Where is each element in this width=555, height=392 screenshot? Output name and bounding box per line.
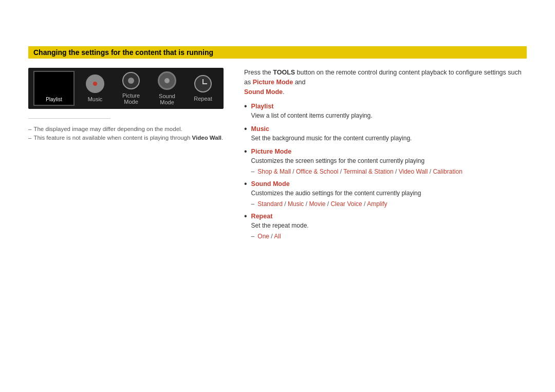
sound-mode-icon	[158, 71, 176, 90]
bullet-dot-sound: •	[244, 180, 247, 188]
right-column: Press the TOOLS button on the remote con…	[244, 68, 527, 240]
picture-mode-options: Shop & Mall / Office & School / Terminal…	[257, 168, 462, 175]
repeat-icon-container	[194, 75, 212, 92]
player-repeat-item: Repeat	[188, 75, 218, 102]
note-2-bold: Video Wall	[192, 135, 222, 141]
sound-mode-sub-dash: –	[251, 200, 255, 208]
list-item-repeat: • Repeat Set the repeat mode. – One / Al…	[244, 213, 527, 240]
opt-amplify: Amplify	[367, 200, 387, 208]
disc-icon-container	[86, 74, 104, 93]
picture-mode-sub-dash: –	[251, 168, 255, 175]
picture-mode-icon-container	[122, 72, 140, 89]
player-ui: Playlist Music Picture Mode	[28, 68, 224, 109]
note-1: – The displayed image may differ dependi…	[28, 126, 224, 132]
music-title: Music	[251, 125, 412, 133]
sound-mode-label: Sound Mode	[152, 93, 182, 105]
opt-office-school: Office & School	[296, 168, 339, 175]
page-container: Changing the settings for the content th…	[0, 0, 555, 260]
bullet-dot-music: •	[244, 125, 247, 133]
music-disc-icon	[86, 74, 104, 93]
opt-movie: Movie	[309, 200, 325, 208]
opt-one: One	[257, 233, 269, 240]
playlist-label: Playlist	[46, 97, 62, 102]
picture-mode-bullet-title: Picture Mode	[251, 148, 462, 155]
note-2: – This feature is not available when con…	[28, 135, 224, 141]
intro-suffix: .	[283, 88, 284, 96]
repeat-content: Repeat Set the repeat mode. – One / All	[251, 213, 309, 240]
picture-mode-sub: – Shop & Mall / Office & School / Termin…	[251, 168, 462, 175]
tools-label: TOOLS	[273, 69, 295, 76]
list-item-playlist: • Playlist View a list of content items …	[244, 103, 527, 120]
opt-all: All	[274, 233, 281, 240]
repeat-desc: Set the repeat mode.	[251, 221, 309, 230]
sound-mode-options: Standard / Music / Movie / Clear Voice /…	[257, 200, 387, 208]
opt-video-wall: Video Wall	[399, 168, 428, 175]
bullet-dot-picture: •	[244, 147, 247, 156]
two-column-layout: Playlist Music Picture Mode	[28, 68, 527, 240]
bullet-dot-playlist: •	[244, 102, 247, 110]
notes-section: – The displayed image may differ dependi…	[28, 126, 224, 141]
picture-mode-ref: Picture Mode	[253, 79, 293, 86]
repeat-sub-dash: –	[251, 233, 255, 240]
opt-music: Music	[288, 200, 304, 208]
picture-mode-content: Picture Mode Customizes the screen setti…	[251, 148, 462, 175]
sound-mode-sub: – Standard / Music / Movie / Clear Voice…	[251, 200, 421, 208]
picture-mode-icon	[122, 72, 140, 89]
sound-mode-bullet-title: Sound Mode	[251, 180, 421, 188]
picture-mode-desc: Customizes the screen settings for the c…	[251, 156, 462, 165]
player-picture-mode-item: Picture Mode	[116, 72, 146, 105]
sound-mode-desc: Customizes the audio settings for the co…	[251, 189, 421, 198]
opt-shop-mall: Shop & Mall	[257, 168, 291, 175]
repeat-bullet-title: Repeat	[251, 213, 309, 220]
note-1-text: The displayed image may differ depending…	[33, 126, 182, 132]
player-playlist-item: Playlist	[33, 71, 75, 106]
intro-and: and	[293, 79, 305, 86]
picture-mode-center	[128, 78, 134, 84]
bullet-dot-repeat: •	[244, 212, 247, 220]
sound-mode-ref: Sound Mode	[244, 88, 283, 96]
opt-terminal: Terminal & Station	[343, 168, 393, 175]
picture-mode-label: Picture Mode	[116, 92, 146, 105]
note-2-suffix: .	[221, 135, 223, 141]
repeat-sub: – One / All	[251, 233, 309, 240]
music-label: Music	[88, 96, 103, 102]
repeat-label: Repeat	[194, 96, 212, 102]
feature-list: • Playlist View a list of content items …	[244, 103, 527, 240]
note-2-text: This feature is not available when conte…	[33, 135, 223, 141]
list-item-picture-mode: • Picture Mode Customizes the screen set…	[244, 148, 527, 175]
section-title: Changing the settings for the content th…	[28, 46, 527, 59]
section-divider	[28, 118, 110, 119]
list-item-music: • Music Set the background music for the…	[244, 125, 527, 143]
note-2-prefix: This feature is not available when conte…	[33, 135, 192, 141]
sound-mode-icon-container	[158, 71, 176, 90]
player-sound-mode-item: Sound Mode	[152, 71, 182, 105]
repeat-icon	[194, 75, 212, 92]
playlist-title: Playlist	[251, 103, 373, 110]
opt-calibration: Calibration	[433, 168, 462, 175]
intro-paragraph: Press the TOOLS button on the remote con…	[244, 68, 527, 97]
playlist-content: Playlist View a list of content items cu…	[251, 103, 373, 120]
left-column: Playlist Music Picture Mode	[28, 68, 224, 141]
opt-standard: Standard	[257, 200, 283, 208]
opt-clear-voice: Clear Voice	[330, 200, 362, 208]
intro-prefix: Press the	[244, 69, 273, 76]
player-music-item: Music	[80, 74, 110, 102]
list-item-sound-mode: • Sound Mode Customizes the audio settin…	[244, 180, 527, 208]
playlist-desc: View a list of content items currently p…	[251, 111, 373, 120]
repeat-options: One / All	[257, 233, 281, 240]
music-desc: Set the background music for the content…	[251, 134, 412, 143]
sound-mode-content: Sound Mode Customizes the audio settings…	[251, 180, 421, 208]
music-content: Music Set the background music for the c…	[251, 125, 412, 143]
